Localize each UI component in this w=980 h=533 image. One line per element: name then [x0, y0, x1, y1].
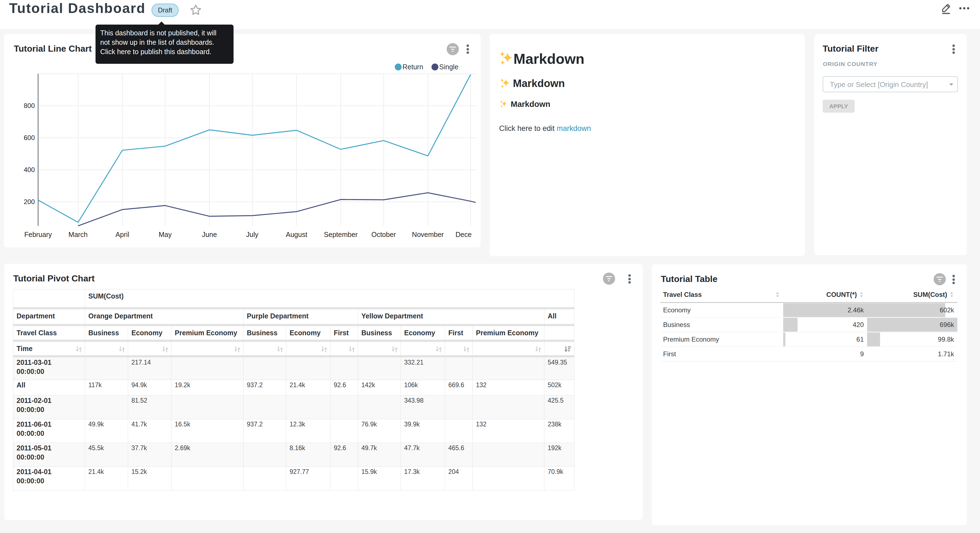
- svg-text:February: February: [24, 231, 52, 238]
- svg-text:400: 400: [24, 166, 35, 174]
- svg-text:April: April: [115, 231, 129, 238]
- svg-text:May: May: [159, 231, 172, 238]
- svg-text:August: August: [286, 231, 307, 238]
- svg-text:Dece: Dece: [455, 231, 471, 238]
- svg-text:July: July: [246, 231, 259, 238]
- svg-text:800: 800: [24, 102, 35, 109]
- svg-text:September: September: [324, 231, 358, 238]
- svg-text:June: June: [202, 231, 217, 238]
- svg-text:200: 200: [24, 198, 35, 206]
- svg-text:November: November: [412, 231, 444, 238]
- svg-text:March: March: [68, 231, 88, 238]
- svg-text:October: October: [371, 231, 396, 238]
- svg-text:600: 600: [24, 134, 35, 141]
